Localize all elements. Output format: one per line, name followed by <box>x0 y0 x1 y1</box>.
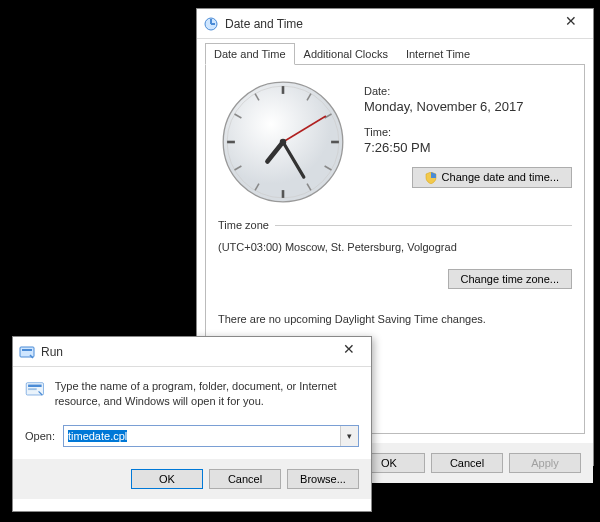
change-date-time-label: Change date and time... <box>442 171 559 183</box>
dst-text: There are no upcoming Daylight Saving Ti… <box>218 313 572 325</box>
run-app-icon <box>25 379 45 411</box>
window-title: Date and Time <box>225 17 555 31</box>
date-value: Monday, November 6, 2017 <box>364 99 572 114</box>
tab-date-time[interactable]: Date and Time <box>205 43 295 65</box>
chevron-down-icon[interactable]: ▾ <box>340 426 358 446</box>
browse-button[interactable]: Browse... <box>287 469 359 489</box>
svg-rect-21 <box>20 347 34 357</box>
titlebar: Date and Time ✕ <box>197 9 593 39</box>
window-title: Run <box>41 345 333 359</box>
svg-rect-22 <box>22 349 32 351</box>
time-label: Time: <box>364 126 572 138</box>
close-button[interactable]: ✕ <box>333 341 365 363</box>
svg-rect-24 <box>28 385 42 387</box>
close-button[interactable]: ✕ <box>555 13 587 35</box>
ok-button[interactable]: OK <box>131 469 203 489</box>
tab-additional-clocks[interactable]: Additional Clocks <box>295 43 397 65</box>
open-row: Open: ▾ <box>25 425 359 447</box>
tab-internet-time[interactable]: Internet Time <box>397 43 479 65</box>
analog-clock <box>218 77 348 207</box>
date-time-icon <box>203 16 219 32</box>
run-icon <box>19 344 35 360</box>
date-label: Date: <box>364 85 572 97</box>
datetime-info: Date: Monday, November 6, 2017 Time: 7:2… <box>364 77 572 207</box>
svg-point-20 <box>280 139 287 146</box>
titlebar: Run ✕ <box>13 337 371 367</box>
change-timezone-button[interactable]: Change time zone... <box>448 269 572 289</box>
svg-rect-25 <box>28 388 37 390</box>
svg-rect-2 <box>211 23 215 25</box>
apply-button[interactable]: Apply <box>509 453 581 473</box>
cancel-button[interactable]: Cancel <box>431 453 503 473</box>
run-window: Run ✕ Type the name of a program, folder… <box>12 336 372 512</box>
shield-icon <box>425 172 437 184</box>
tabs: Date and Time Additional Clocks Internet… <box>197 39 593 65</box>
open-combobox[interactable]: ▾ <box>63 425 359 447</box>
change-date-time-button[interactable]: Change date and time... <box>412 167 572 188</box>
timezone-group-label: Time zone <box>218 219 269 231</box>
run-footer: OK Cancel Browse... <box>13 459 371 499</box>
open-label: Open: <box>25 430 55 442</box>
timezone-value: (UTC+03:00) Moscow, St. Petersburg, Volg… <box>218 237 572 261</box>
run-body: Type the name of a program, folder, docu… <box>13 367 371 459</box>
divider <box>275 225 572 226</box>
open-input[interactable] <box>64 426 340 446</box>
run-description: Type the name of a program, folder, docu… <box>55 379 359 410</box>
cancel-button[interactable]: Cancel <box>209 469 281 489</box>
time-value: 7:26:50 PM <box>364 140 572 155</box>
timezone-group: Time zone <box>218 219 572 231</box>
